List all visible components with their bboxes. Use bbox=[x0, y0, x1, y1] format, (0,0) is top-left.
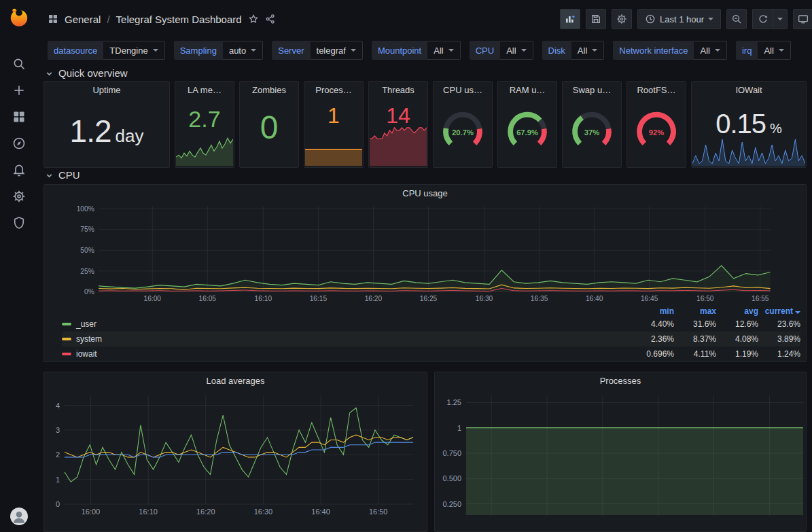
panel-cpu-usage: CPU usage 0%25%50%75%100%16:0016:0516:10… bbox=[43, 184, 807, 362]
chevron-down-icon bbox=[448, 49, 454, 52]
section-chevron-icon bbox=[45, 69, 54, 77]
legend-row-_user: _user4.40%31.6%12.6%23.6% bbox=[62, 317, 800, 332]
legend-series-toggle[interactable]: _user bbox=[62, 319, 632, 329]
svg-text:16:30: 16:30 bbox=[254, 508, 273, 516]
cpu-usage-gauge[interactable]: 20.7% bbox=[434, 103, 492, 156]
dashboard-title[interactable]: Telegraf System Dashboard bbox=[116, 14, 242, 25]
chevron-down-icon bbox=[521, 49, 527, 52]
variable-value-dropdown[interactable]: All bbox=[694, 41, 726, 60]
panel-title[interactable]: RootFS… bbox=[627, 82, 686, 99]
chevron-down-icon bbox=[153, 49, 158, 52]
variable-value-dropdown[interactable]: telegraf bbox=[311, 41, 363, 60]
la-sparkline-chart[interactable] bbox=[176, 126, 233, 166]
processes-sparkline-chart[interactable] bbox=[305, 112, 362, 166]
panel-swap-gauge: Swap u… 37% bbox=[562, 81, 622, 168]
main-area: General / Telegraf System Dashboard bbox=[38, 0, 812, 532]
legend-header: minmaxavgcurrent bbox=[62, 305, 800, 317]
sidebar bbox=[0, 0, 38, 532]
user-avatar[interactable] bbox=[10, 508, 28, 525]
clock-icon bbox=[645, 14, 656, 24]
legend-col-avg[interactable]: avg bbox=[716, 306, 758, 316]
iowait-sparkline-chart[interactable] bbox=[692, 135, 805, 166]
save-icon bbox=[590, 14, 601, 24]
variable-value-dropdown[interactable]: All bbox=[500, 41, 533, 60]
swap-usage-gauge[interactable]: 37% bbox=[563, 103, 621, 156]
panel-title[interactable]: Swap u… bbox=[563, 82, 621, 99]
legend-col-current[interactable]: current bbox=[758, 306, 800, 316]
refresh-button[interactable] bbox=[752, 9, 773, 29]
svg-text:16:20: 16:20 bbox=[365, 295, 383, 302]
refresh-icon bbox=[758, 14, 769, 24]
panel-title[interactable]: Uptime bbox=[44, 82, 169, 99]
svg-text:16:50: 16:50 bbox=[369, 508, 388, 516]
panel-title[interactable]: RAM u… bbox=[498, 82, 557, 99]
section-cpu[interactable]: CPU bbox=[43, 168, 807, 183]
zoom-out-button[interactable] bbox=[726, 9, 747, 29]
panel-title[interactable]: LA me… bbox=[175, 82, 234, 99]
legend-row-system: system2.36%8.37%4.08%3.89% bbox=[62, 332, 800, 347]
variable-value-dropdown[interactable]: All bbox=[571, 41, 604, 60]
svg-text:1.25: 1.25 bbox=[447, 398, 461, 406]
add-panel-icon bbox=[565, 14, 576, 24]
variable-value-dropdown[interactable]: All bbox=[758, 41, 790, 60]
svg-text:92%: 92% bbox=[649, 128, 664, 136]
panel-title[interactable]: Threads bbox=[369, 82, 427, 99]
explore-compass-icon[interactable] bbox=[12, 137, 26, 150]
breadcrumb-folder[interactable]: General bbox=[65, 14, 101, 25]
svg-text:25%: 25% bbox=[80, 268, 94, 275]
save-dashboard-button[interactable] bbox=[586, 9, 606, 29]
cpu-usage-chart[interactable]: 0%25%50%75%100%16:0016:0516:1016:1516:20… bbox=[46, 201, 805, 304]
ram-usage-gauge[interactable]: 67.9% bbox=[498, 103, 557, 156]
panel-title[interactable]: CPU usage bbox=[44, 185, 806, 201]
create-plus-icon[interactable] bbox=[12, 84, 26, 97]
variable-value-dropdown[interactable]: TDengine bbox=[103, 41, 164, 60]
panel-title[interactable]: Load averages bbox=[44, 372, 427, 390]
load-averages-chart[interactable]: 0123416:0016:1016:2016:3016:4016:50 bbox=[46, 390, 420, 519]
processes-chart[interactable]: 0.2500.5000.75011.25 bbox=[436, 390, 807, 519]
svg-text:16:20: 16:20 bbox=[196, 508, 215, 516]
variable-value-dropdown[interactable]: All bbox=[427, 41, 460, 60]
variable-sampling: Samplingauto bbox=[174, 41, 264, 60]
panel-title[interactable]: CPU us… bbox=[434, 82, 492, 99]
svg-text:67.9%: 67.9% bbox=[516, 128, 538, 136]
legend-col-min[interactable]: min bbox=[632, 306, 674, 316]
rootfs-usage-gauge[interactable]: 92% bbox=[627, 103, 686, 156]
panel-title[interactable]: Processes bbox=[435, 372, 806, 390]
server-admin-shield-icon[interactable] bbox=[12, 216, 26, 230]
star-icon[interactable] bbox=[248, 14, 259, 24]
search-icon[interactable] bbox=[12, 57, 26, 71]
svg-text:16:55: 16:55 bbox=[752, 295, 769, 302]
cpu-legend: minmaxavgcurrent_user4.40%31.6%12.6%23.6… bbox=[44, 304, 806, 361]
legend-series-toggle[interactable]: system bbox=[62, 334, 632, 344]
section-quick-overview[interactable]: Quick overview bbox=[43, 65, 807, 81]
section-chevron-icon bbox=[45, 171, 54, 179]
legend-max: 8.37% bbox=[674, 334, 716, 344]
dashboards-grid-icon[interactable] bbox=[12, 110, 26, 124]
settings-gear-icon[interactable] bbox=[12, 190, 26, 203]
threads-sparkline-chart[interactable] bbox=[370, 122, 427, 166]
zombies-value: 0 bbox=[240, 109, 298, 146]
panel-title[interactable]: IOWait bbox=[692, 82, 806, 99]
uptime-value: 1.2 day bbox=[44, 113, 169, 149]
grafana-logo-icon[interactable] bbox=[7, 5, 31, 29]
apps-grid-icon[interactable] bbox=[48, 14, 58, 24]
svg-text:0.500: 0.500 bbox=[442, 474, 461, 482]
legend-current: 23.6% bbox=[758, 319, 800, 329]
panel-title[interactable]: Proces… bbox=[304, 82, 363, 99]
panel-title[interactable]: Zombies bbox=[240, 82, 298, 99]
legend-col-max[interactable]: max bbox=[674, 306, 716, 316]
add-panel-button[interactable] bbox=[560, 9, 580, 29]
sort-caret-icon bbox=[795, 311, 800, 314]
legend-current: 1.24% bbox=[758, 349, 800, 359]
time-range-label: Last 1 hour bbox=[660, 14, 704, 24]
time-range-picker[interactable]: Last 1 hour bbox=[637, 9, 721, 29]
svg-text:16:00: 16:00 bbox=[144, 295, 162, 302]
legend-series-toggle[interactable]: iowait bbox=[62, 349, 632, 359]
variable-label: datasource bbox=[48, 41, 103, 60]
dashboard-settings-button[interactable] bbox=[612, 9, 632, 29]
cycle-view-button[interactable] bbox=[793, 9, 812, 29]
variable-value-dropdown[interactable]: auto bbox=[223, 41, 263, 60]
share-icon[interactable] bbox=[265, 14, 276, 24]
refresh-interval-caret-button[interactable] bbox=[773, 9, 788, 29]
alerts-bell-icon[interactable] bbox=[12, 163, 26, 177]
